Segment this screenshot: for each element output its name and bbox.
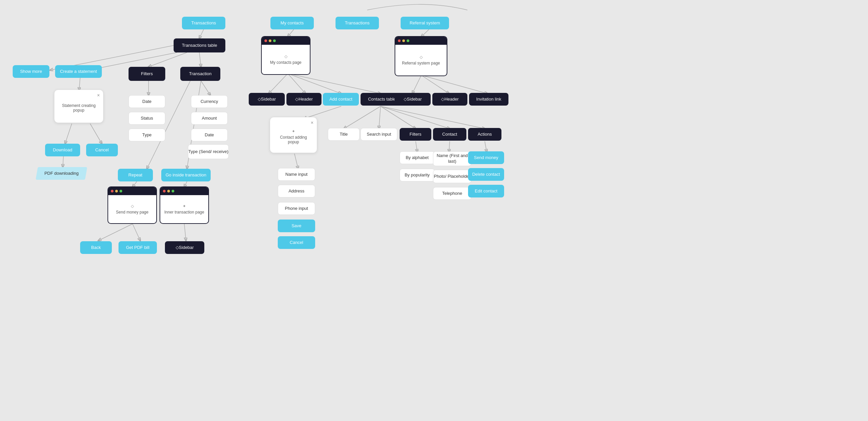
type-send-node: Type (Send/ receive) xyxy=(188,144,229,159)
svg-line-31 xyxy=(449,141,450,152)
sidebar-contacts-node[interactable]: ◇ Sidebar xyxy=(249,93,285,106)
sidebar-inner-node[interactable]: ◇ Sidebar xyxy=(165,241,204,254)
maximize-dot xyxy=(120,190,122,193)
by-alphabet-node: By alphabet xyxy=(400,151,435,164)
statement-popup-mock: × Statement creating popup xyxy=(54,89,103,123)
show-more-node[interactable]: Show more xyxy=(13,65,50,78)
my-contacts-label: My contacts page xyxy=(270,60,302,65)
svg-line-21 xyxy=(288,74,341,93)
svg-line-26 xyxy=(379,106,380,129)
photo-placeholder-node: Photo/ Placeholder xyxy=(433,170,471,183)
filters-node[interactable]: Filters xyxy=(128,67,165,81)
svg-line-18 xyxy=(288,29,294,37)
telephone-node: Telephone xyxy=(433,187,471,200)
close-dot xyxy=(111,190,114,193)
name-input-node[interactable]: Name input xyxy=(278,168,315,181)
download-node[interactable]: Download xyxy=(45,144,80,157)
repeat-node[interactable]: Repeat xyxy=(118,169,153,181)
my-contacts-top[interactable]: My contacts xyxy=(271,17,314,29)
statement-popup-label: Statement creating popup xyxy=(59,103,98,113)
type-filter-node: Type xyxy=(128,129,165,141)
transactions-node[interactable]: Transactions xyxy=(182,17,225,29)
close-icon-2[interactable]: × xyxy=(311,120,313,125)
transactions-table-node[interactable]: Transactions table xyxy=(174,38,225,53)
send-money-action-node[interactable]: Send money xyxy=(468,151,504,164)
svg-line-27 xyxy=(380,106,416,129)
name-field-node: Name (First and last) xyxy=(433,151,471,166)
search-input-node[interactable]: Search input xyxy=(361,128,397,141)
diamond-icon-3: ◇ xyxy=(284,54,287,59)
contact-popup-mock: × ✦ Contact adding popup xyxy=(270,117,317,153)
date-trans-node: Date xyxy=(191,129,228,141)
svg-line-2 xyxy=(199,53,201,67)
pdf-downloading-node: PDF downloading xyxy=(36,167,88,180)
max-dot-2 xyxy=(172,190,174,193)
cd-y3 xyxy=(269,39,271,42)
svg-line-34 xyxy=(412,75,421,93)
svg-line-8 xyxy=(65,123,72,144)
date-filter-node: Date xyxy=(128,95,165,108)
svg-line-6 xyxy=(201,81,210,95)
sidebar-ref-node[interactable]: ◇ Sidebar xyxy=(395,93,431,106)
cancel-contact-node[interactable]: Cancel xyxy=(278,236,315,249)
create-statement-node[interactable]: Create a statement xyxy=(55,65,102,78)
actions-col-node[interactable]: Actions xyxy=(468,128,501,141)
svg-line-32 xyxy=(485,141,487,152)
svg-line-30 xyxy=(416,141,417,152)
header-ref-node[interactable]: ◇ Header xyxy=(432,93,467,106)
cd-g4 xyxy=(407,39,409,42)
svg-line-16 xyxy=(147,81,190,169)
cd-y4 xyxy=(402,39,405,42)
status-filter-node: Status xyxy=(128,112,165,124)
cd-r4 xyxy=(398,39,401,42)
filters-contacts-node[interactable]: Filters xyxy=(400,128,431,141)
diamond-icon-4: ◇ xyxy=(420,55,423,59)
amount-node: Amount xyxy=(191,112,228,124)
close-dot-2 xyxy=(163,190,165,193)
svg-line-7 xyxy=(79,78,80,90)
browser-bar-2 xyxy=(160,187,208,195)
transactions-top2[interactable]: Transactions xyxy=(336,17,379,29)
browser-bar-3 xyxy=(262,37,310,45)
svg-line-14 xyxy=(132,224,140,241)
header-contacts-node[interactable]: ◇ Header xyxy=(286,93,321,106)
phone-input-node[interactable]: Phone input xyxy=(278,202,315,215)
diamond-icon: ◇ xyxy=(131,204,134,208)
svg-line-13 xyxy=(98,224,132,241)
move-icon-2: ✦ xyxy=(292,129,295,134)
svg-line-33 xyxy=(421,29,429,37)
move-icon: ✦ xyxy=(183,204,186,208)
go-inside-node[interactable]: Go inside transaction xyxy=(161,169,211,181)
svg-line-19 xyxy=(269,74,288,93)
contact-col-node[interactable]: Contact xyxy=(433,128,466,141)
svg-line-20 xyxy=(288,74,306,93)
diagram-canvas: Transactions Transactions table Show mor… xyxy=(0,0,868,421)
delete-contact-node[interactable]: Delete contact xyxy=(468,168,504,181)
cancel-statement-node[interactable]: Cancel xyxy=(86,144,118,157)
svg-line-9 xyxy=(90,123,102,144)
save-node[interactable]: Save xyxy=(278,220,315,232)
transaction-node[interactable]: Transaction xyxy=(180,67,220,81)
cd-g3 xyxy=(273,39,276,42)
referral-top[interactable]: Referral system xyxy=(401,17,449,29)
address-input-node[interactable]: Address xyxy=(278,185,315,197)
min-dot-2 xyxy=(167,190,170,193)
referral-browser: ◇ Referral system page xyxy=(395,36,447,76)
title-field-node: Title xyxy=(328,128,360,141)
svg-line-35 xyxy=(421,75,449,93)
svg-line-24 xyxy=(294,154,298,169)
invitation-link-node[interactable]: Invitation link xyxy=(469,93,508,106)
back-node[interactable]: Back xyxy=(80,241,112,254)
edit-contact-node[interactable]: Edit contact xyxy=(468,185,504,197)
browser-bar xyxy=(108,187,156,195)
close-icon[interactable]: × xyxy=(97,92,100,98)
svg-line-10 xyxy=(63,157,63,167)
inner-trans-label: Inner transaction page xyxy=(164,210,204,215)
svg-line-22 xyxy=(288,74,380,93)
svg-line-0 xyxy=(199,29,204,38)
svg-line-29 xyxy=(380,106,485,129)
add-contact-node[interactable]: Add contact xyxy=(323,93,359,106)
get-pdf-node[interactable]: Get PDF bill xyxy=(119,241,157,254)
svg-line-36 xyxy=(421,75,488,93)
currency-node: Currency xyxy=(191,95,228,108)
